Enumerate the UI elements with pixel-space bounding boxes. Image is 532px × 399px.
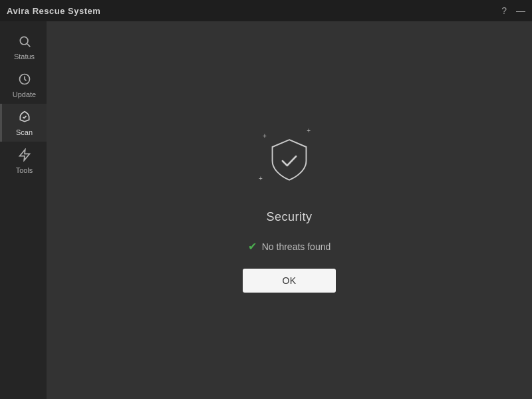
shield-icon: [266, 138, 313, 184]
app-title: Avira Rescue System: [7, 6, 100, 16]
status-row: ✔ No threats found: [248, 240, 331, 253]
title-bar-left: Avira Rescue System: [7, 6, 100, 16]
minimize-button[interactable]: —: [516, 6, 525, 15]
help-button[interactable]: ?: [501, 6, 507, 15]
sidebar-item-update-label: Update: [13, 90, 36, 98]
sidebar-item-tools[interactable]: Tools: [0, 142, 47, 180]
shield-container: + + +: [256, 128, 323, 194]
sparkle-3: +: [259, 176, 263, 182]
sidebar: Status Update Scan: [0, 21, 47, 399]
sidebar-item-scan[interactable]: Scan: [0, 104, 47, 142]
svg-point-0: [20, 37, 28, 45]
title-bar-controls: ? —: [501, 6, 525, 15]
sparkle-1: +: [263, 133, 267, 140]
scan-icon: [18, 110, 31, 126]
sparkle-2: +: [307, 128, 311, 134]
section-title: Security: [266, 210, 312, 224]
update-icon: [18, 72, 31, 88]
sidebar-item-status-label: Status: [14, 53, 35, 61]
main-layout: Status Update Scan: [0, 21, 532, 399]
status-icon: [18, 35, 31, 50]
sidebar-item-update[interactable]: Update: [0, 66, 47, 104]
sidebar-item-scan-label: Scan: [16, 128, 33, 136]
tools-icon: [18, 148, 31, 164]
svg-line-1: [27, 44, 30, 47]
status-text: No threats found: [262, 241, 331, 252]
title-bar: Avira Rescue System ? —: [0, 0, 532, 21]
main-content: + + + Security ✔ No threats found OK: [47, 21, 532, 399]
checkmark-icon: ✔: [248, 240, 257, 253]
ok-button[interactable]: OK: [243, 269, 336, 293]
sidebar-item-status[interactable]: Status: [0, 28, 47, 66]
sidebar-item-tools-label: Tools: [16, 166, 33, 174]
